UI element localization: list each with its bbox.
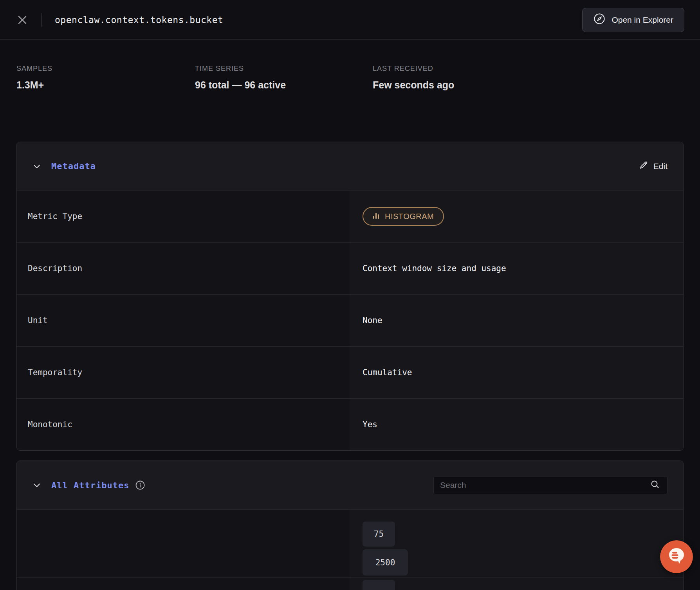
attribute-value-chip[interactable] (363, 580, 395, 590)
metric-type-value: HISTOGRAM (385, 212, 434, 221)
stat-label: LAST RECEIVED (373, 65, 454, 73)
row-label: Monotonic (17, 399, 350, 450)
topbar-divider (41, 13, 41, 27)
close-icon[interactable] (16, 13, 29, 27)
stat-value: 96 total — 96 active (195, 79, 373, 91)
open-in-explorer-label: Open in Explorer (612, 15, 673, 25)
attribute-value-chip[interactable]: 75 (363, 522, 395, 547)
stat-time-series: TIME SERIES 96 total — 96 active (195, 65, 373, 91)
info-icon[interactable] (135, 480, 145, 490)
row-label: Temporality (17, 347, 350, 398)
chevron-down-icon[interactable] (32, 481, 41, 489)
pencil-icon (639, 160, 648, 172)
chevron-down-icon[interactable] (32, 162, 41, 171)
table-row: Unit None (17, 294, 683, 346)
metadata-header: Metadata Edit (17, 142, 683, 190)
stat-last-received: LAST RECEIVED Few seconds ago (373, 65, 454, 91)
table-row: Monotonic Yes (17, 398, 683, 450)
compass-icon (593, 13, 606, 27)
row-value: Cumulative (350, 347, 683, 398)
stat-samples: SAMPLES 1.3M+ (16, 65, 195, 91)
open-in-explorer-button[interactable]: Open in Explorer (582, 8, 684, 32)
row-value: Yes (350, 399, 683, 450)
edit-label: Edit (653, 162, 668, 171)
stat-value: Few seconds ago (373, 79, 454, 91)
stat-label: TIME SERIES (195, 65, 373, 73)
row-label: Description (17, 243, 350, 294)
attributes-search (433, 476, 668, 494)
stats-row: SAMPLES 1.3M+ TIME SERIES 96 total — 96 … (16, 65, 700, 91)
row-label (17, 510, 350, 577)
edit-button[interactable]: Edit (639, 160, 668, 172)
all-attributes-section-title[interactable]: All Attributes (51, 480, 129, 490)
chat-launcher-button[interactable] (660, 540, 693, 573)
stat-value: 1.3M+ (16, 79, 195, 91)
row-value: Context window size and usage (350, 243, 683, 294)
row-label: Unit (17, 295, 350, 346)
metric-type-badge: HISTOGRAM (363, 207, 444, 226)
search-input[interactable] (440, 480, 650, 490)
row-value: None (350, 295, 683, 346)
top-bar: openclaw.context.tokens.bucket Open in E… (0, 0, 700, 40)
attribute-value-chip[interactable]: 2500 (363, 549, 408, 576)
all-attributes-header: All Attributes (17, 461, 683, 509)
stat-label: SAMPLES (16, 65, 195, 73)
table-row: Metric Type HISTOGRAM (17, 190, 683, 242)
table-row (17, 577, 683, 590)
all-attributes-card: All Attributes 75 2500 (16, 460, 684, 590)
metadata-card: Metadata Edit Metric Type HISTOGRAM Desc… (16, 142, 684, 451)
histogram-icon (373, 212, 380, 221)
chat-bubble-icon (666, 546, 687, 568)
table-row: Description Context window size and usag… (17, 242, 683, 294)
search-icon[interactable] (650, 479, 660, 491)
row-label: Metric Type (17, 191, 350, 242)
table-row: 75 2500 (17, 509, 683, 577)
table-row: Temporality Cumulative (17, 346, 683, 398)
metadata-section-title[interactable]: Metadata (51, 161, 96, 171)
row-label (17, 578, 350, 590)
metric-name-title: openclaw.context.tokens.bucket (55, 15, 223, 25)
